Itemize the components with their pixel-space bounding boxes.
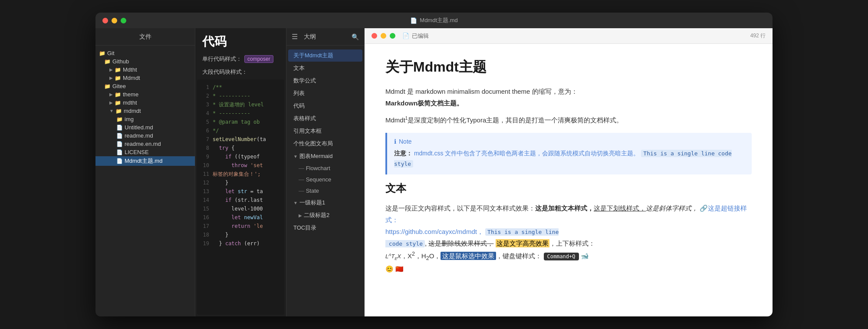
file-tree[interactable]: 📁 Git 📁 Github ▶ 📁 Mdtht ▶ 📁 [95, 46, 195, 316]
tree-item-mdmdt2[interactable]: ▼ 📁 mdmdt [95, 107, 195, 115]
tree-item-mdmdt[interactable]: ▶ 📁 Mdmdt [95, 74, 195, 82]
preview-content[interactable]: 关于Mdmdt主题 Mdmdt 是 markdown minimalism do… [365, 44, 773, 316]
preview-maximize-button[interactable] [390, 33, 395, 39]
outline-item-h1[interactable]: ▼一级标题1 [288, 197, 362, 209]
outline-list: 关于Mdmdt主题 文本 数学公式 列表 代码 表格样式 引用文本框 个性化图文… [286, 46, 364, 316]
outline-item-state[interactable]: State [288, 185, 362, 196]
preview-header: 📄 已编辑 492 行 [365, 28, 773, 44]
tree-item-gitee[interactable]: 📁 Gitee [95, 82, 195, 90]
preview-intro-p1: Mdmdt 是 markdown minimalism document the… [385, 86, 752, 109]
tree-item-github[interactable]: 📁 Github [95, 57, 195, 66]
link-icon: 🔗 [700, 204, 708, 212]
outline-item-code[interactable]: 代码 [288, 100, 362, 112]
file-sidebar-header: 文件 [95, 28, 195, 46]
tree-item-license[interactable]: 📄 LICENSE [95, 148, 195, 156]
file-sidebar-title: 文件 [139, 33, 151, 41]
inline-code-badge: composer [244, 55, 273, 63]
outline-item-list[interactable]: 列表 [288, 87, 362, 99]
preview-text-para: 这是一段正文内容样式，以下是不同文本样式效果：这是加粗文本样式，这是下划线样式，… [385, 202, 752, 275]
preview-line-count: 492 行 [750, 32, 766, 39]
outline-item-flowchart[interactable]: Flowchart [288, 163, 362, 174]
code-line: 7 setLevelNumber(ta [201, 135, 281, 144]
main-content: 文件 📁 Git 📁 Github ▶ 📁 Mdtht [95, 28, 773, 316]
outline-title: 大纲 [304, 33, 316, 41]
close-button[interactable] [102, 18, 108, 23]
chevron-icon: ▶ [109, 92, 113, 97]
file-icon: 📄 [116, 125, 123, 131]
preview-close-button[interactable] [372, 33, 377, 39]
file-sidebar: 文件 📁 Git 📁 Github ▶ 📁 Mdtht [95, 28, 195, 316]
code-line: 11 标签的对象集合！'; [201, 170, 281, 178]
file-icon: 📄 [116, 149, 123, 155]
outline-header: ☰ 大纲 🔍 [286, 28, 364, 46]
file-icon: 📄 [116, 133, 123, 139]
code-line: 2 * ---------- [201, 92, 281, 100]
window-title: Mdmdt主题.md [420, 16, 457, 24]
file-icon: 📄 [410, 17, 417, 24]
note-body: 注意： mdmdt.css 文件中包含了亮色和暗色两者主题，会跟随系统模式自动切… [394, 148, 745, 169]
file-icon: 📄 [116, 158, 123, 164]
outline-item-table[interactable]: 表格样式 [288, 112, 362, 125]
outline-item-mermaid[interactable]: ▼图表Mermaid [288, 150, 362, 162]
outline-item-about[interactable]: 关于Mdmdt主题 [288, 49, 362, 62]
code-line: 9 if ((typeof [201, 152, 281, 161]
note-link[interactable]: mdmdt.css 文件中包含了亮色和暗色两者主题，会跟随系统模式自动切换亮暗主… [414, 150, 640, 157]
maximize-button[interactable] [121, 18, 126, 23]
traffic-lights [95, 18, 126, 23]
info-icon: ℹ [394, 138, 396, 145]
folder-icon: 📁 [104, 83, 111, 89]
code-panel: 代码 单行代码样式： composer 大段代码块样式： 1 /** 2 * -… [195, 28, 286, 316]
tree-item-untitled[interactable]: 📄 Untitled.md [95, 123, 195, 132]
code-line: 3 * 设置递增的 level [201, 100, 281, 109]
code-editor[interactable]: 1 /** 2 * ---------- 3 * 设置递增的 level 4 *… [197, 79, 284, 315]
outline-list-icon: ☰ [292, 33, 298, 41]
preview-traffic-lights [372, 33, 395, 39]
preview-minimize-button[interactable] [381, 33, 386, 39]
preview-panel: 📄 已编辑 492 行 关于Mdmdt主题 Mdmdt 是 markdown m… [365, 28, 773, 316]
tree-item-mdmdt-theme[interactable]: 📄 Mdmdt主题.md [95, 156, 195, 166]
chevron-icon: ▶ [109, 100, 113, 105]
code-line: 17 return 'le [201, 222, 281, 230]
code-line: 18 } [201, 230, 281, 239]
outline-item-quote[interactable]: 引用文本框 [288, 125, 362, 137]
tree-item-readme[interactable]: 📄 readme.md [95, 132, 195, 140]
preview-h1: 关于Mdmdt主题 [385, 58, 752, 77]
tree-item-mdtht[interactable]: ▶ 📁 Mdtht [95, 66, 195, 74]
code-line: 10 throw 'set [201, 161, 281, 170]
outline-item-h2[interactable]: ▶二级标题2 [288, 209, 362, 221]
file-icon: 📄 [116, 141, 123, 147]
outline-item-text[interactable]: 文本 [288, 62, 362, 74]
folder-icon: 📁 [99, 50, 105, 56]
code-line: 12 } [201, 178, 281, 187]
outline-item-layout[interactable]: 个性化图文布局 [288, 138, 362, 150]
chevron-right-icon: ▼ [293, 201, 298, 205]
folder-icon: 📁 [116, 116, 123, 122]
chevron-icon: ▶ [109, 67, 113, 72]
search-icon[interactable]: 🔍 [352, 33, 359, 40]
chevron-down-icon: ▼ [293, 154, 298, 159]
tree-item-img[interactable]: 📁 img [95, 115, 195, 123]
outline-item-math[interactable]: 数学公式 [288, 75, 362, 87]
preview-title-bar: 📄 已编辑 [402, 32, 429, 40]
preview-title: 已编辑 [412, 32, 429, 40]
tree-item-readme-en[interactable]: 📄 readme.en.md [95, 140, 195, 148]
tree-item-mdtht2[interactable]: ▶ 📁 mdtht [95, 99, 195, 107]
note-box: ℹ Note 注意： mdmdt.css 文件中包含了亮色和暗色两者主题，会跟随… [385, 133, 752, 174]
outline-item-sequence[interactable]: Sequence [288, 174, 362, 185]
folder-icon: 📁 [115, 67, 121, 73]
mouse-select-text: 这是鼠标选中效果 [441, 252, 496, 260]
outline-item-toc[interactable]: TOC目录 [288, 222, 362, 234]
tree-item-git[interactable]: 📁 Git [95, 49, 195, 57]
code-line: 19 } catch (err) [201, 239, 281, 248]
code-line: 1 /** [201, 83, 281, 92]
code-line: 4 * ---------- [201, 109, 281, 118]
tree-item-theme[interactable]: ▶ 📁 theme [95, 90, 195, 99]
titlebar-center: 📄 Mdmdt主题.md [410, 16, 457, 24]
chevron-down-icon: ▼ [109, 109, 114, 113]
code-line: 8 try { [201, 144, 281, 152]
code-panel-title: 代码 [195, 28, 286, 53]
code-line: 6 */ [201, 126, 281, 135]
minimize-button[interactable] [112, 18, 117, 23]
highlight-text: 这是文字高亮效果 [496, 239, 549, 247]
inline-code-label: 单行代码样式： composer [195, 53, 286, 65]
